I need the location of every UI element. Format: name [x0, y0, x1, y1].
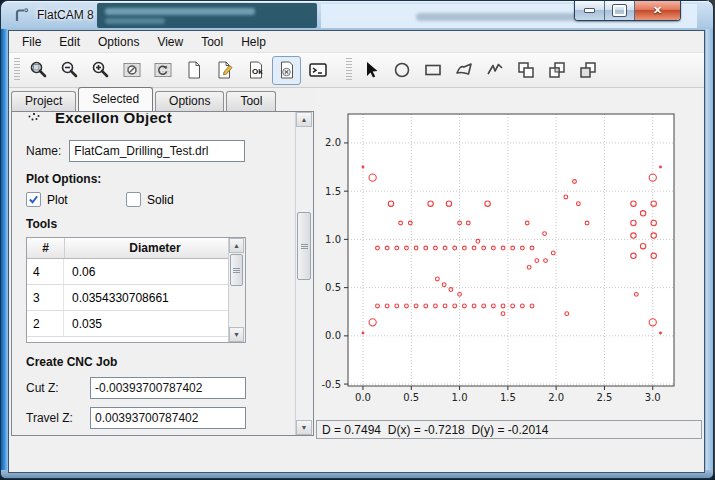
plot-canvas[interactable]: 0.00.51.01.52.02.53.0-0.50.00.51.01.52.0: [316, 89, 701, 419]
zoom-fit-icon: [29, 60, 49, 80]
window-content: File Edit Options View Tool Help: [8, 30, 705, 473]
shell-console-button[interactable]: [303, 56, 332, 85]
window-border-left: [1, 29, 8, 471]
shape-union-button[interactable]: [511, 56, 540, 85]
svg-text:Ok: Ok: [252, 67, 263, 76]
panel-scroll-down-icon[interactable]: ▼: [296, 420, 312, 435]
terminal-icon: [308, 60, 328, 80]
plot-checkbox-label: Plot: [47, 193, 68, 207]
select-pointer-button[interactable]: [356, 56, 385, 85]
close-button[interactable]: ✕: [635, 1, 680, 20]
shape-intersection-button[interactable]: [542, 56, 571, 85]
menu-tool[interactable]: Tool: [192, 33, 232, 51]
plot-checkbox[interactable]: [26, 192, 41, 207]
table-row[interactable]: 4 0.06: [27, 259, 245, 285]
column-header-diameter[interactable]: Diameter: [65, 238, 245, 258]
open-edit-button[interactable]: [210, 56, 239, 85]
zoom-fit-button[interactable]: [24, 56, 53, 85]
menu-options[interactable]: Options: [89, 33, 148, 51]
accept-document-button[interactable]: Ok: [241, 56, 270, 85]
minimize-icon: [584, 8, 595, 13]
selected-object-panel: Excellon Object Name: Plot Options:: [11, 111, 314, 436]
name-label: Name:: [26, 144, 61, 158]
panel-scrollbar-thumb[interactable]: [297, 212, 311, 280]
cancel-document-button[interactable]: [272, 56, 301, 85]
cancel-document-icon: [277, 60, 297, 80]
toolbar: Ok: [9, 53, 704, 88]
table-scrollbar[interactable]: ▲ ▼: [228, 238, 245, 342]
cut-z-label: Cut Z:: [26, 381, 90, 395]
scroll-up-icon[interactable]: ▲: [229, 238, 244, 253]
tab-options[interactable]: Options: [155, 91, 224, 111]
svg-text:0.5: 0.5: [403, 392, 419, 403]
menu-help[interactable]: Help: [232, 33, 275, 51]
polyline-icon: [485, 60, 505, 80]
solid-checkbox-label: Solid: [147, 193, 174, 207]
svg-text:1.5: 1.5: [500, 392, 516, 403]
circle-icon: [392, 60, 412, 80]
menu-edit[interactable]: Edit: [50, 33, 89, 51]
travel-z-input[interactable]: [90, 407, 246, 429]
title-bar[interactable]: FlatCAM 8 ✕: [1, 1, 713, 30]
drill-plot[interactable]: 0.00.51.01.52.02.53.0-0.50.00.51.01.52.0: [316, 89, 701, 419]
table-row[interactable]: 2 0.035: [27, 311, 245, 337]
replot-icon: [153, 60, 173, 80]
tools-label: Tools: [26, 217, 296, 231]
menu-bar: File Edit Options View Tool Help: [9, 31, 704, 53]
cut-z-input[interactable]: [90, 377, 246, 399]
minimize-button[interactable]: [575, 1, 605, 20]
tools-table: # Diameter 4 0.06 3 0.0354330708661 2: [26, 237, 246, 343]
menu-file[interactable]: File: [13, 33, 50, 51]
flatcam-logo-icon: [13, 7, 30, 28]
tools-table-header: # Diameter: [27, 238, 245, 259]
draw-rectangle-button[interactable]: [418, 56, 447, 85]
panel-scroll-up-icon[interactable]: ▲: [296, 112, 312, 127]
plot-options-row: Plot Solid: [26, 192, 296, 207]
drill-icon: [26, 113, 42, 127]
draw-polyline-button[interactable]: [480, 56, 509, 85]
zoom-in-button[interactable]: [86, 56, 115, 85]
zoom-out-button[interactable]: [55, 56, 84, 85]
draw-polygon-button[interactable]: [449, 56, 478, 85]
glass-bleed-dark: [97, 3, 317, 28]
table-row[interactable]: 3 0.0354330708661: [27, 285, 245, 311]
zoom-out-icon: [60, 60, 80, 80]
zoom-in-icon: [91, 60, 111, 80]
panel-scrollbar[interactable]: ▲ ▼: [295, 112, 313, 435]
scroll-down-icon[interactable]: ▼: [229, 327, 244, 342]
draw-circle-button[interactable]: [387, 56, 416, 85]
column-header-number[interactable]: #: [27, 238, 65, 258]
svg-text:1.0: 1.0: [325, 234, 341, 245]
measurement-readout: D = 0.7494 D(x) = -0.7218 D(y) = -0.2014: [316, 420, 702, 439]
tab-tool[interactable]: Tool: [226, 91, 276, 111]
tab-project[interactable]: Project: [11, 91, 76, 111]
edit-file-icon: [215, 60, 235, 80]
new-project-button[interactable]: [179, 56, 208, 85]
union-icon: [516, 60, 536, 80]
object-header: Excellon Object: [26, 113, 296, 130]
menu-view[interactable]: View: [148, 33, 192, 51]
object-title: Excellon Object: [55, 113, 172, 126]
tab-selected[interactable]: Selected: [78, 87, 153, 111]
clear-plot-icon: [122, 60, 142, 80]
toolbar-drag-handle-2[interactable]: [346, 58, 352, 82]
svg-text:1.5: 1.5: [325, 186, 341, 197]
solid-checkbox[interactable]: [126, 192, 141, 207]
shape-subtract-button[interactable]: [573, 56, 602, 85]
name-input[interactable]: [69, 140, 245, 162]
pointer-icon: [361, 60, 381, 80]
toolbar-drag-handle[interactable]: [14, 58, 20, 82]
replot-button[interactable]: [148, 56, 177, 85]
window-border-right: [706, 29, 713, 471]
flatcam-window: FlatCAM 8 ✕ File Edit Options View Tool …: [1, 1, 713, 478]
intersection-icon: [547, 60, 567, 80]
maximize-icon: [613, 5, 626, 16]
svg-text:2.5: 2.5: [597, 392, 613, 403]
table-scrollbar-thumb[interactable]: [230, 254, 243, 286]
clear-plot-button[interactable]: [117, 56, 146, 85]
plot-options-label: Plot Options:: [26, 172, 296, 186]
new-file-icon: [184, 60, 204, 80]
svg-text:2.0: 2.0: [548, 392, 564, 403]
main-area: Project Selected Options Tool: [9, 88, 704, 444]
maximize-button[interactable]: [605, 1, 635, 20]
